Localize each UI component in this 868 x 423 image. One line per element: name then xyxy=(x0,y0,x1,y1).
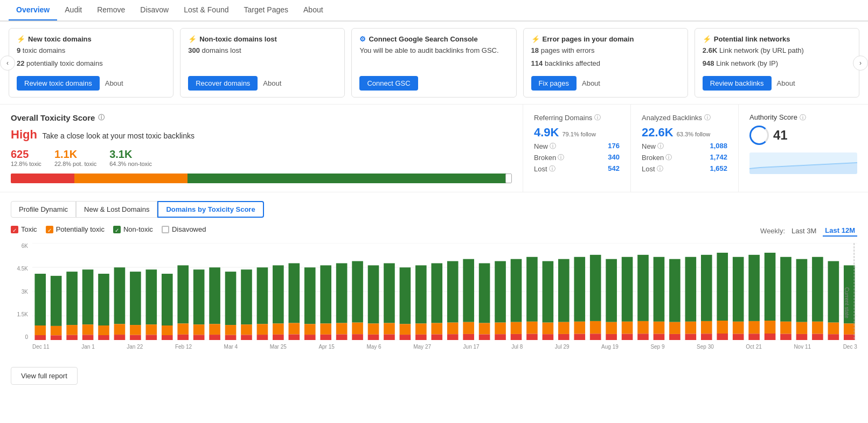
svg-rect-109 xyxy=(574,322,585,334)
main-nav: Overview Audit Remove Disavow Lost & Fou… xyxy=(0,0,868,22)
about-link-5[interactable]: About xyxy=(777,79,795,87)
ref-new-info[interactable]: ⓘ xyxy=(550,142,556,151)
time-btn-12m[interactable]: Last 12M xyxy=(823,225,857,237)
nav-item-lost-found[interactable]: Lost & Found xyxy=(176,0,236,20)
svg-rect-119 xyxy=(622,334,633,340)
svg-rect-13 xyxy=(66,325,78,335)
svg-rect-24 xyxy=(130,272,141,325)
x-label-jul29: Jul 29 xyxy=(555,344,570,350)
fix-pages-button[interactable]: Fix pages xyxy=(531,76,577,91)
alert-card-lost: ⚡ Non-toxic domains lost 300 domains los… xyxy=(180,28,345,98)
view-full-report-button[interactable]: View full report xyxy=(11,367,78,385)
legend-pot-toxic[interactable]: ✓ Potentially toxic xyxy=(46,225,105,233)
about-link-2[interactable]: About xyxy=(263,79,281,87)
bar-segment-orange xyxy=(74,174,188,183)
nav-item-remove[interactable]: Remove xyxy=(89,0,133,20)
svg-rect-133 xyxy=(701,321,712,334)
toxicity-info-icon[interactable]: ⓘ xyxy=(98,113,105,122)
alert-actions-2: Recover domains About xyxy=(188,71,337,91)
svg-rect-100 xyxy=(526,322,538,334)
review-toxic-button[interactable]: Review toxic domains xyxy=(17,76,100,91)
lightning-icon-4: ⚡ xyxy=(703,35,711,43)
svg-rect-58 xyxy=(304,324,316,335)
ref-lost-info[interactable]: ⓘ xyxy=(549,164,555,174)
x-label-aug19: Aug 19 xyxy=(601,344,619,350)
alert-stat-2a: 300 domains lost xyxy=(188,45,337,56)
y-label-3k: 3K xyxy=(11,289,28,295)
legend-label-nontoxic: Non-toxic xyxy=(123,225,153,233)
bl-new-info[interactable]: ⓘ xyxy=(657,142,664,151)
nav-item-about[interactable]: About xyxy=(296,0,331,20)
x-label-jun17: Jun 17 xyxy=(463,344,480,350)
review-backlinks-button[interactable]: Review backlinks xyxy=(703,76,772,91)
analyzed-backlinks-panel: Analyzed Backlinks ⓘ 22.6K 63.3% follow … xyxy=(631,105,739,192)
legend-nontoxic[interactable]: ✓ Non-toxic xyxy=(113,225,153,233)
svg-rect-149 xyxy=(780,334,791,340)
legend-toxic[interactable]: ✓ Toxic xyxy=(11,225,37,233)
svg-rect-101 xyxy=(526,334,538,340)
tab-new-lost-domains[interactable]: New & Lost Domains xyxy=(76,201,157,218)
alert-actions-3: Connect GSC xyxy=(359,71,508,91)
x-label-jan1: Jan 1 xyxy=(81,344,94,350)
svg-rect-93 xyxy=(495,261,506,323)
toxicity-label-nontoxic: 64.3% non-toxic xyxy=(109,161,152,167)
svg-rect-19 xyxy=(98,325,109,335)
about-link-1[interactable]: About xyxy=(105,79,123,87)
time-label: Weekly: xyxy=(760,227,785,235)
x-label-feb12: Feb 12 xyxy=(175,344,192,350)
svg-rect-82 xyxy=(431,323,442,335)
svg-rect-97 xyxy=(511,322,522,334)
svg-rect-59 xyxy=(304,335,316,340)
svg-rect-39 xyxy=(209,267,220,324)
nav-item-target-pages[interactable]: Target Pages xyxy=(237,0,296,20)
nav-item-audit[interactable]: Audit xyxy=(57,0,89,20)
tab-profile-dynamic[interactable]: Profile Dynamic xyxy=(11,201,76,218)
prev-alert-arrow[interactable]: ‹ xyxy=(0,56,15,71)
ref-broken-info[interactable]: ⓘ xyxy=(558,153,564,162)
legend-checkbox-toxic: ✓ xyxy=(11,226,18,233)
svg-rect-54 xyxy=(288,263,300,323)
toxicity-bar xyxy=(11,174,512,183)
stats-panels: Referring Domains ⓘ 4.9K 79.1% follow Ne… xyxy=(523,105,868,192)
alert-title-lost: ⚡ Non-toxic domains lost xyxy=(188,35,337,43)
connect-gsc-button[interactable]: Connect GSC xyxy=(359,76,418,91)
referring-domains-info-icon[interactable]: ⓘ xyxy=(594,113,601,122)
svg-rect-89 xyxy=(463,334,474,340)
svg-rect-83 xyxy=(431,335,442,341)
svg-rect-81 xyxy=(431,263,442,323)
svg-rect-158 xyxy=(828,334,839,340)
bl-broken-info[interactable]: ⓘ xyxy=(665,153,672,162)
x-label-jul8: Jul 8 xyxy=(511,344,523,350)
lightning-icon-3: ⚡ xyxy=(531,35,540,43)
analyzed-backlinks-title: Analyzed Backlinks ⓘ xyxy=(642,113,727,122)
about-link-4[interactable]: About xyxy=(582,79,600,87)
legend-label-toxic: Toxic xyxy=(21,225,37,233)
svg-rect-139 xyxy=(733,322,744,334)
svg-rect-110 xyxy=(574,334,585,340)
time-btn-3m[interactable]: Last 3M xyxy=(789,226,818,236)
nav-item-overview[interactable]: Overview xyxy=(9,0,57,20)
y-label-4-5k: 4.5K xyxy=(11,266,28,272)
analyzed-backlinks-info-icon[interactable]: ⓘ xyxy=(704,113,711,122)
recover-domains-button[interactable]: Recover domains xyxy=(188,76,258,91)
legend-checkbox-disavowed xyxy=(162,226,169,233)
authority-circle-chart xyxy=(749,126,769,145)
svg-rect-35 xyxy=(177,335,189,340)
ref-row-new: New ⓘ 176 xyxy=(534,142,620,151)
next-alert-arrow[interactable]: › xyxy=(853,56,868,71)
svg-rect-57 xyxy=(304,267,316,324)
authority-score-info-icon[interactable]: ⓘ xyxy=(800,114,806,121)
svg-rect-37 xyxy=(193,324,205,335)
referring-domains-panel: Referring Domains ⓘ 4.9K 79.1% follow Ne… xyxy=(523,105,631,192)
svg-rect-76 xyxy=(400,324,411,335)
toxicity-stats: 625 12.8% toxic 1.1K 22.8% pot. toxic 3.… xyxy=(11,148,512,167)
svg-rect-156 xyxy=(828,261,839,323)
svg-rect-66 xyxy=(352,261,363,323)
svg-rect-134 xyxy=(701,334,712,340)
alert-title-networks: ⚡ Potential link networks xyxy=(703,35,851,43)
tab-domains-toxicity[interactable]: Domains by Toxicity Score xyxy=(157,201,263,218)
bl-lost-info[interactable]: ⓘ xyxy=(657,164,663,174)
svg-rect-51 xyxy=(273,265,284,323)
nav-item-disavow[interactable]: Disavow xyxy=(133,0,176,20)
legend-disavowed[interactable]: Disavowed xyxy=(162,225,206,233)
